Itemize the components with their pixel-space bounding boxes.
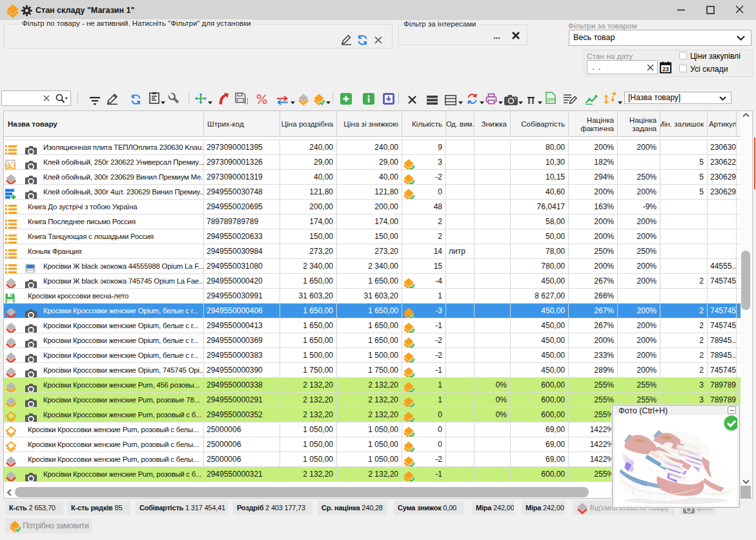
svg-text:ОПТ: ОПТ <box>547 98 556 102</box>
svg-text:23: 23 <box>662 66 669 72</box>
